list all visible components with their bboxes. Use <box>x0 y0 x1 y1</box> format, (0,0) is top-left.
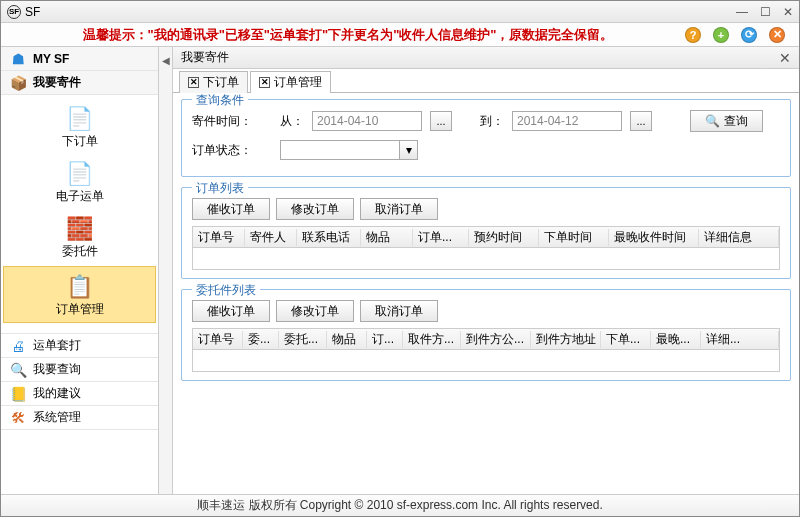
group-legend: 订单列表 <box>192 180 248 197</box>
modify-order-button[interactable]: 修改订单 <box>276 198 354 220</box>
tip-bar: 温馨提示："我的通讯录"已移至"运单套打"下并更名为"收件人信息维护"，原数据完… <box>1 23 799 47</box>
col-header[interactable]: 订单号 <box>193 229 245 246</box>
close-button[interactable]: ✕ <box>783 5 793 19</box>
order-status-select[interactable] <box>280 140 400 160</box>
col-header[interactable]: 物品 <box>327 331 367 348</box>
footer: 顺丰速运 版权所有 Copyright © 2010 sf-express.co… <box>1 494 799 516</box>
window-title: SF <box>25 5 736 19</box>
sidebar-item-batchprint[interactable]: 🖨 运单套打 <box>1 334 158 358</box>
sidebar-sub-entrust[interactable]: 🧱 委托件 <box>1 209 158 264</box>
tab-order-manage[interactable]: ✕ 订单管理 <box>250 71 331 93</box>
col-header[interactable]: 物品 <box>361 229 413 246</box>
sidebar-item-send[interactable]: 📦 我要寄件 <box>1 71 158 95</box>
main-panel: 我要寄件 ✕ ✕ 下订单 ✕ 订单管理 查询条件 寄件时间： 从 <box>173 47 799 494</box>
main-header: 我要寄件 ✕ <box>173 47 799 69</box>
col-header[interactable]: 到件方地址 <box>531 331 601 348</box>
box-icon: 📦 <box>9 75 27 91</box>
col-header[interactable]: 订... <box>367 331 403 348</box>
group-legend: 委托件列表 <box>192 282 260 299</box>
entrust-table-body <box>192 350 780 372</box>
search-icon: 🔍 <box>9 362 27 378</box>
chevron-down-icon[interactable]: ▾ <box>400 140 418 160</box>
maximize-button[interactable]: ☐ <box>760 5 771 19</box>
sidebar-item-sysmanage[interactable]: 🛠 系统管理 <box>1 406 158 430</box>
col-header[interactable]: 取件方... <box>403 331 461 348</box>
sidebar-item-mysf[interactable]: ☗ MY SF <box>1 47 158 71</box>
sidebar-label: 运单套打 <box>33 337 81 354</box>
col-header[interactable]: 订单号 <box>193 331 243 348</box>
col-header[interactable]: 最晚... <box>651 331 701 348</box>
col-header[interactable]: 寄件人 <box>245 229 297 246</box>
col-header[interactable]: 详细... <box>701 331 779 348</box>
sidebar: ☗ MY SF 📦 我要寄件 📄 下订单 📄 电子运单 🧱 委托件 <box>1 47 159 494</box>
urge-order-button[interactable]: 催收订单 <box>192 198 270 220</box>
from-date-picker-button[interactable]: ... <box>430 111 452 131</box>
tab-bar: ✕ 下订单 ✕ 订单管理 <box>173 69 799 93</box>
tab-close-icon[interactable]: ✕ <box>259 77 270 88</box>
col-header[interactable]: 委... <box>243 331 279 348</box>
tab-close-icon[interactable]: ✕ <box>188 77 199 88</box>
sf-logo-icon: SF <box>7 5 21 19</box>
tab-label: 下订单 <box>203 74 239 91</box>
sidebar-sub-order-manage[interactable]: 📋 订单管理 <box>3 266 156 323</box>
col-header[interactable]: 下单时间 <box>539 229 609 246</box>
tab-place-order[interactable]: ✕ 下订单 <box>179 71 248 93</box>
sidebar-label: MY SF <box>33 52 69 66</box>
to-date-input[interactable] <box>512 111 622 131</box>
orders-table-body <box>192 248 780 270</box>
main-close-icon[interactable]: ✕ <box>779 50 791 66</box>
modify-entrust-button[interactable]: 修改订单 <box>276 300 354 322</box>
orders-group: 订单列表 催收订单 修改订单 取消订单 订单号 寄件人 联系电话 物品 订单..… <box>181 187 791 279</box>
sidebar-label: 系统管理 <box>33 409 81 426</box>
sidebar-subtree: 📄 下订单 📄 电子运单 🧱 委托件 📋 订单管理 <box>1 95 158 334</box>
search-button[interactable]: 🔍 查询 <box>690 110 763 132</box>
sidebar-label: 我要查询 <box>33 361 81 378</box>
add-icon[interactable]: + <box>713 27 729 43</box>
orders-table-header: 订单号 寄件人 联系电话 物品 订单... 预约时间 下单时间 最晚收件时间 详… <box>192 226 780 248</box>
sidebar-collapse-handle[interactable]: ◀ <box>159 47 173 494</box>
suggestion-icon: 📒 <box>9 386 27 402</box>
tab-content: 查询条件 寄件时间： 从： ... 到： ... 🔍 查询 <box>173 93 799 494</box>
col-header[interactable]: 下单... <box>601 331 651 348</box>
sidebar-sub-place-order[interactable]: 📄 下订单 <box>1 99 158 154</box>
cancel-entrust-button[interactable]: 取消订单 <box>360 300 438 322</box>
order-manage-icon: 📋 <box>66 273 94 301</box>
exit-icon[interactable]: ✕ <box>769 27 785 43</box>
quick-actions: ? + ⟳ ✕ <box>685 27 789 43</box>
minimize-button[interactable]: — <box>736 5 748 19</box>
urge-entrust-button[interactable]: 催收订单 <box>192 300 270 322</box>
entrust-group: 委托件列表 催收订单 修改订单 取消订单 订单号 委... 委托... 物品 订… <box>181 289 791 381</box>
new-doc-icon: 📄 <box>66 105 94 133</box>
sidebar-label: 我要寄件 <box>33 74 81 91</box>
sidebar-sub-ewaybill[interactable]: 📄 电子运单 <box>1 154 158 209</box>
help-icon[interactable]: ? <box>685 27 701 43</box>
main-title: 我要寄件 <box>181 49 779 66</box>
col-header[interactable]: 订单... <box>413 229 469 246</box>
group-legend: 查询条件 <box>192 93 248 109</box>
print-icon: 🖨 <box>9 338 27 354</box>
col-header[interactable]: 联系电话 <box>297 229 361 246</box>
col-header[interactable]: 预约时间 <box>469 229 539 246</box>
search-button-label: 查询 <box>724 113 748 130</box>
subitem-label: 委托件 <box>62 243 98 260</box>
col-header[interactable]: 详细信息 <box>699 229 779 246</box>
sidebar-label: 我的建议 <box>33 385 81 402</box>
col-header[interactable]: 到件方公... <box>461 331 531 348</box>
app-window: SF SF — ☐ ✕ 温馨提示："我的通讯录"已移至"运单套打"下并更名为"收… <box>0 0 800 517</box>
refresh-icon[interactable]: ⟳ <box>741 27 757 43</box>
col-header[interactable]: 最晚收件时间 <box>609 229 699 246</box>
footer-text: 顺丰速运 版权所有 Copyright © 2010 sf-express.co… <box>197 497 603 514</box>
tip-text: 温馨提示："我的通讯录"已移至"运单套打"下并更名为"收件人信息维护"，原数据完… <box>11 26 685 44</box>
subitem-label: 电子运单 <box>56 188 104 205</box>
label-ship-time: 寄件时间： <box>192 113 252 130</box>
subitem-label: 下订单 <box>62 133 98 150</box>
col-header[interactable]: 委托... <box>279 331 327 348</box>
from-date-input[interactable] <box>312 111 422 131</box>
to-date-picker-button[interactable]: ... <box>630 111 652 131</box>
cancel-order-button[interactable]: 取消订单 <box>360 198 438 220</box>
sidebar-item-query[interactable]: 🔍 我要查询 <box>1 358 158 382</box>
ewaybill-icon: 📄 <box>66 160 94 188</box>
sidebar-item-suggestion[interactable]: 📒 我的建议 <box>1 382 158 406</box>
subitem-label: 订单管理 <box>56 301 104 318</box>
label-order-status: 订单状态： <box>192 142 252 159</box>
